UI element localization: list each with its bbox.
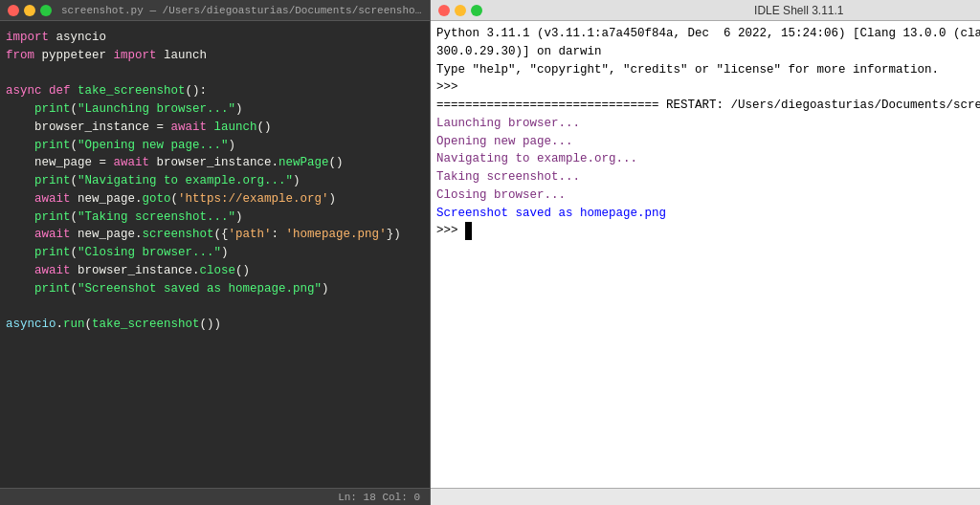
shell-maximize-button[interactable] [471,5,482,16]
editor-cursor-position: Ln: 18 Col: 0 [338,492,420,503]
editor-content[interactable]: import asyncio from pyppeteer import lau… [0,21,430,488]
code-line [6,65,424,83]
code-line: asyncio.run(take_screenshot()) [6,316,424,334]
code-line: browser_instance = await launch() [6,119,424,137]
shell-close-button[interactable] [438,5,450,16]
windows-container: screenshot.py — /Users/diegoasturias/Doc… [0,0,980,505]
shell-taking: Taking screenshot... [436,170,580,184]
code-line [6,297,424,316]
shell-opening: Opening new page... [436,135,573,148]
shell-python-info: Python 3.11.1 (v3.11.1:a7a450f84a, Dec 6… [436,27,980,77]
code-line: await new_page.goto('https://example.org… [6,190,424,209]
shell-title: IDLE Shell 3.11.1 [754,4,843,17]
shell-saved: Screenshot saved as homepage.png [436,207,666,220]
code-line: from pyppeteer import launch [6,47,424,65]
shell-closing: Closing browser... [436,188,566,202]
shell-traffic-lights [438,5,482,16]
shell-content[interactable]: Python 3.11.1 (v3.11.1:a7a450f84a, Dec 6… [431,21,980,488]
editor-titlebar: screenshot.py — /Users/diegoasturias/Doc… [0,0,430,21]
code-line: async def take_screenshot(): [6,82,424,100]
code-line: print("Screenshot saved as homepage.png"… [6,280,424,298]
editor-minimize-button[interactable] [24,5,35,16]
editor-traffic-lights [8,5,52,16]
shell-navigating: Navigating to example.org... [436,152,637,165]
shell-titlebar: IDLE Shell 3.11.1 [431,0,980,21]
code-line: print("Taking screenshot...") [6,209,424,227]
editor-statusbar: Ln: 18 Col: 0 [0,488,430,505]
editor-window: screenshot.py — /Users/diegoasturias/Doc… [0,0,431,505]
shell-minimize-button[interactable] [455,5,466,16]
shell-launching: Launching browser... [436,117,580,130]
code-line: print("Launching browser...") [6,100,424,119]
code-line: new_page = await browser_instance.newPag… [6,154,424,172]
code-line: import asyncio [6,29,424,47]
editor-close-button[interactable] [8,5,19,16]
code-line: await browser_instance.close() [6,262,424,280]
code-line: await new_page.screenshot({'path': 'home… [6,226,424,244]
shell-prompt-2: >>> [436,224,465,237]
shell-statusbar: Ln: 11 Col: 0 [431,488,980,505]
shell-restart-line: =============================== RESTART:… [436,99,980,112]
shell-cursor [465,222,472,240]
shell-prompt-1: >>> [436,80,465,94]
code-line: print("Opening new page...") [6,137,424,155]
code-line: print("Navigating to example.org...") [6,172,424,190]
editor-title: screenshot.py — /Users/diegoasturias/Doc… [61,5,422,16]
editor-maximize-button[interactable] [40,5,52,16]
code-line: print("Closing browser...") [6,244,424,262]
shell-window: IDLE Shell 3.11.1 Python 3.11.1 (v3.11.1… [431,0,980,505]
